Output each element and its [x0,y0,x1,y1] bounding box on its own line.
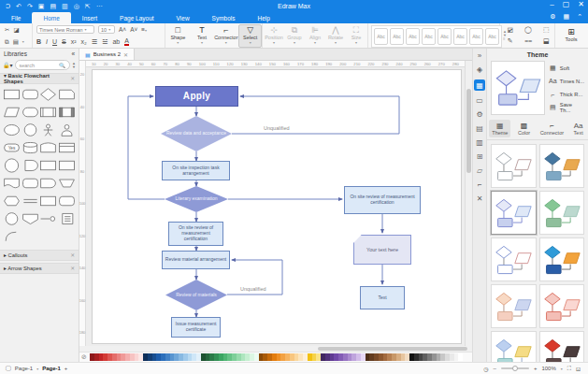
theme-button-times-n-[interactable]: AaTimes N... [549,76,584,86]
cut-icon[interactable]: ✂ [5,26,9,34]
flowchart-node-onsite-review-right[interactable]: On site review of measurement certificat… [344,186,421,214]
library-shape-para[interactable] [3,104,21,121]
library-shape-sidebars[interactable] [58,104,76,121]
close-button[interactable]: ✕ [578,0,584,8]
connector-button[interactable]: ⌐Connector▾ [214,24,237,48]
close-section-icon[interactable]: ✕ [70,252,75,258]
theme-thumbnail-3[interactable] [491,191,537,235]
size-button[interactable]: ⛶Size▾ [346,24,366,48]
chart-icon[interactable]: ▥ [476,138,483,147]
library-shape-wave[interactable] [3,175,21,192]
menu-tab-page-layout[interactable]: Page Layout [108,12,165,23]
library-shape-delay[interactable] [39,175,57,192]
decrease-font-icon[interactable]: A˅ [130,26,137,33]
library-shape-predef[interactable] [39,104,57,121]
italic-button[interactable]: I [46,38,48,45]
theme-thumbnail-1[interactable] [491,144,537,188]
section-callouts[interactable]: ▸ Callouts ✕ [0,250,79,261]
section-basic-flowchart-shapes[interactable]: ▾ Basic Flowchart Shapes ✕ [0,73,79,84]
section-arrow-shapes[interactable]: ▸ Arrow Shapes ✕ [0,263,79,274]
style-preset[interactable]: Abc [422,28,436,45]
theme-icon[interactable]: ▦ [474,79,485,91]
close-tab-icon[interactable]: ✕ [123,51,128,58]
align-button[interactable]: ⊫Align▾ [305,24,325,48]
symbols-icon[interactable]: ✕ [477,194,483,203]
preview-icon[interactable]: ◷ [483,366,488,372]
settings-icon[interactable]: ⚙ [476,110,482,119]
menu-tab-view[interactable]: View [165,12,201,23]
fill-icon[interactable]: 🗹 [507,27,513,34]
style-preset[interactable]: Abc [453,28,467,45]
menu-tab-file[interactable]: File [0,12,32,23]
style-preset[interactable]: Abc [437,28,452,45]
flowchart-node-your-text[interactable]: Your text here [353,235,411,265]
line-spacing-icon[interactable]: ☱ [102,38,108,46]
format-painter-icon[interactable]: ◪ [13,26,19,34]
pen-icon[interactable]: ✎ [508,37,513,45]
page-navigator-icon[interactable]: 🖵 [6,366,11,372]
library-shape-trap[interactable] [58,175,76,192]
style-preset[interactable]: Abc [406,28,420,45]
library-shape-round[interactable] [22,86,39,103]
theme-tab-theme[interactable]: ▦Theme [489,120,510,137]
collapse-panel-icon[interactable]: » [478,51,481,60]
crop-icon[interactable]: ⬚ [543,26,550,34]
background-icon[interactable]: ▭ [476,96,483,105]
tools-button[interactable]: ⊞ Tools [557,23,585,47]
library-shape-round[interactable] [58,193,76,209]
library-shape-diamond[interactable] [39,86,57,103]
zoom-slider[interactable] [501,367,529,369]
theme-thumbnail-2[interactable] [539,144,585,188]
text-button[interactable]: TText▾ [191,24,214,48]
line-style-icon[interactable]: ⩵ [524,37,532,45]
style-preset[interactable]: Abc [485,28,499,45]
copy-icon[interactable]: ⧉ [5,38,9,46]
library-shape-cylinder[interactable] [22,139,39,156]
canvas[interactable]: ApplyReview data and acceptanceOn site i… [86,67,465,346]
flowchart-node-onsite-review-left[interactable]: On site review of measurement certificat… [168,222,223,246]
underline-button[interactable]: U [52,38,57,45]
close-section-icon[interactable]: ✕ [70,76,75,81]
minimize-button[interactable]: – [550,0,553,8]
shadow-icon[interactable]: ◯ [524,26,532,34]
shape-button[interactable]: □Shape▾ [166,24,190,48]
theme-thumbnail-6[interactable] [539,237,585,281]
menu-tab-home[interactable]: Home [32,12,70,23]
rotate-button[interactable]: ⋀Rotate▾ [325,24,346,48]
pin-library-icon[interactable]: 🔒▾ [3,62,13,68]
page-navigator-label[interactable]: Page-1 [15,366,33,371]
strikethrough-button[interactable]: S [62,38,66,45]
library-shape-stadium[interactable] [22,104,39,121]
document-tab[interactable]: ▤ Business 2 ✕ [79,49,135,60]
menu-tab-symbols[interactable]: Symbols [201,12,247,23]
theme-tab-text[interactable]: AaText [571,120,586,137]
zoom-level[interactable]: 100% [541,366,555,371]
lock-icon[interactable]: ⬓ [543,37,550,45]
library-shape-rect[interactable] [39,193,57,209]
library-shape-card[interactable] [58,86,76,103]
flowchart-node-review-material[interactable]: Review material arrangement [162,251,230,269]
library-search-input[interactable]: search 🔍 [15,60,71,70]
library-shape-hex[interactable] [3,193,21,209]
theme-button-soft[interactable]: ▦Soft [549,63,584,73]
position-button[interactable]: ⊹Position▾ [264,24,284,48]
library-shape-person[interactable] [39,122,57,138]
theme-button-save-th-[interactable]: ▤Save Th... [549,103,584,113]
increase-font-icon[interactable]: A˄ [119,26,126,33]
bullets-icon[interactable]: ☰ [92,38,97,46]
library-shape-dshape[interactable] [22,157,39,174]
fit-window-icon[interactable]: ⊡ [576,366,581,372]
library-shape-ref[interactable] [39,210,57,227]
library-shape-ellipse[interactable] [3,122,21,138]
flowchart-node-text-box[interactable]: Text [360,286,405,309]
collapse-libraries-icon[interactable]: « [71,50,75,57]
collapse-ribbon-icon[interactable]: ⌃ [577,13,582,21]
superscript-button[interactable]: x² [71,38,77,45]
library-shape-rect[interactable] [39,157,57,174]
add-page-button[interactable]: + [65,366,68,371]
library-shape-actor[interactable] [58,122,76,138]
library-shape-yes[interactable]: Yes [3,139,21,156]
theme-thumbnail-7[interactable] [491,284,537,328]
bold-button[interactable]: B [36,38,41,45]
vertical-scrollbar[interactable] [465,61,472,346]
